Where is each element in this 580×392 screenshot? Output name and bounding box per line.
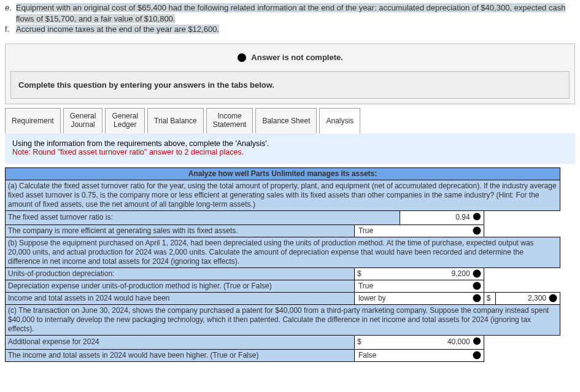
label-income-higher: The income and total assets in 2024 woul…: [6, 349, 355, 361]
check-icon: [549, 294, 557, 302]
tab-analysis[interactable]: Analysis: [319, 108, 360, 134]
cell-more-efficient[interactable]: True: [354, 225, 484, 237]
cell-income-assets-val[interactable]: 2,300: [495, 292, 560, 304]
section-c-text: (c) The transaction on June 30, 2024, sh…: [6, 304, 560, 335]
currency-symbol: $: [357, 269, 367, 279]
item-f-marker: f.: [5, 24, 16, 35]
wrong-icon: [473, 337, 481, 348]
cell-additional-expense[interactable]: $ 40,000: [354, 335, 484, 349]
analysis-table-wrap: Analyze how well Parts Unlimited manages…: [5, 167, 575, 362]
tab-income-statement[interactable]: IncomeStatement: [206, 108, 253, 134]
check-icon: [473, 351, 481, 359]
error-icon: [237, 53, 247, 63]
cell-depr-higher[interactable]: True: [354, 280, 484, 292]
tab-balance-sheet[interactable]: Balance Sheet: [255, 108, 317, 134]
instruction-box: Complete this question by entering your …: [10, 71, 570, 99]
value-more-efficient: True: [357, 226, 473, 236]
analysis-table: Analyze how well Parts Unlimited manages…: [5, 167, 560, 362]
currency-symbol: $: [357, 337, 367, 347]
answer-status: Answer is not complete.: [6, 44, 574, 67]
intro-block: e. Equipment with an original cost of $6…: [0, 0, 580, 40]
value-units-depr: 9,200: [367, 269, 470, 279]
question-panel: Answer is not complete. Complete this qu…: [5, 44, 575, 105]
check-icon: [473, 282, 481, 290]
row-depr-higher: Depreciation expense under units-of-prod…: [6, 280, 560, 292]
table-header: Analyze how well Parts Unlimited manages…: [6, 167, 560, 180]
check-icon: [473, 294, 481, 302]
cell-turnover-ratio[interactable]: 0.94: [400, 210, 484, 225]
answer-status-text: Answer is not complete.: [251, 53, 343, 62]
row-income-assets: Income and total assets in 2024 would ha…: [6, 292, 560, 304]
instruction-text: Complete this question by entering your …: [18, 80, 274, 90]
tab-general-journal[interactable]: GeneralJournal: [63, 108, 103, 134]
prompt-line-1: Using the information from the requireme…: [12, 139, 568, 148]
item-e-text: Equipment with an original cost of $65,4…: [16, 2, 575, 24]
label-income-assets: Income and total assets in 2024 would ha…: [6, 292, 355, 304]
cell-units-depr[interactable]: $ 9,200: [354, 267, 484, 280]
value-income-higher: False: [357, 351, 473, 360]
tab-requirement[interactable]: Requirement: [5, 108, 61, 134]
tab-row: Requirement GeneralJournal GeneralLedger…: [5, 108, 575, 134]
check-icon: [473, 226, 481, 235]
cell-income-assets-drop[interactable]: lower by: [354, 292, 484, 304]
row-turnover-ratio: The fixed asset turnover ratio is: 0.94: [6, 210, 560, 225]
currency-symbol: $: [484, 292, 495, 304]
value-income-assets-drop: lower by: [357, 294, 473, 303]
prompt-line-2: Note: Round "fixed asset turnover ratio"…: [12, 148, 568, 156]
wrong-icon: [473, 212, 481, 223]
section-b-text: (b) Suppose the equipment purchased on A…: [6, 237, 560, 267]
cell-income-higher[interactable]: False: [354, 349, 484, 361]
row-more-efficient: The company is more efficient at generat…: [6, 225, 560, 237]
check-icon: [473, 269, 481, 278]
value-turnover-ratio: 0.94: [403, 213, 473, 222]
row-income-higher: The income and total assets in 2024 woul…: [6, 349, 560, 361]
label-depr-higher: Depreciation expense under units-of-prod…: [6, 280, 355, 292]
label-turnover-ratio: The fixed asset turnover ratio is:: [6, 210, 400, 225]
value-depr-higher: True: [357, 282, 473, 291]
label-units-depr: Units-of-production depreciation:: [6, 267, 355, 280]
tabs-container: Requirement GeneralJournal GeneralLedger…: [5, 108, 575, 164]
row-units-depr: Units-of-production depreciation: $ 9,20…: [6, 267, 560, 280]
tab-general-ledger[interactable]: GeneralLedger: [105, 108, 145, 134]
section-a-text: (a) Calculate the fixed asset turnover r…: [6, 180, 560, 210]
tab-content-analysis: Using the information from the requireme…: [5, 133, 575, 164]
item-f-text: Accrued income taxes at the end of the y…: [16, 24, 219, 35]
label-more-efficient: The company is more efficient at generat…: [6, 225, 355, 237]
label-additional-expense: Additional expense for 2024: [6, 335, 355, 349]
tab-trial-balance[interactable]: Trial Balance: [147, 108, 204, 134]
row-additional-expense: Additional expense for 2024 $ 40,000: [6, 335, 560, 349]
value-income-assets: 2,300: [498, 294, 549, 303]
item-e-marker: e.: [5, 2, 16, 24]
value-additional-expense: 40,000: [367, 337, 470, 347]
